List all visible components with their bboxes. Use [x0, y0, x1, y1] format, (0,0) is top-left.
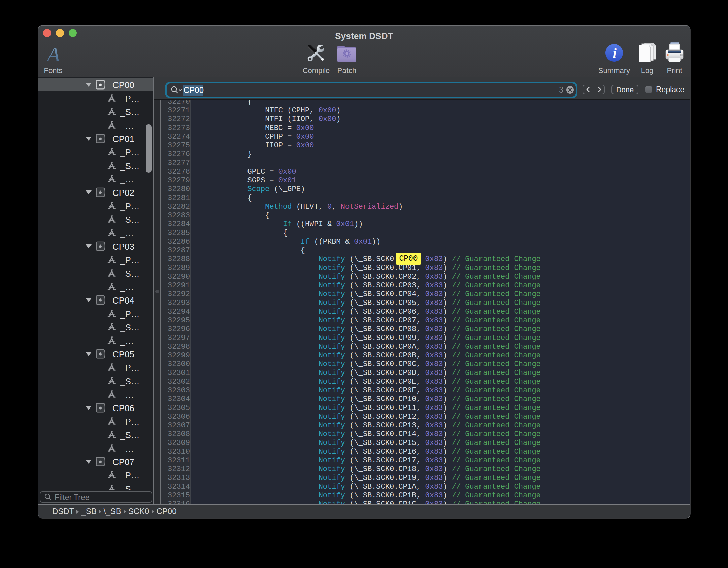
svg-text:A: A [46, 44, 60, 63]
svg-text:i: i [613, 45, 617, 61]
